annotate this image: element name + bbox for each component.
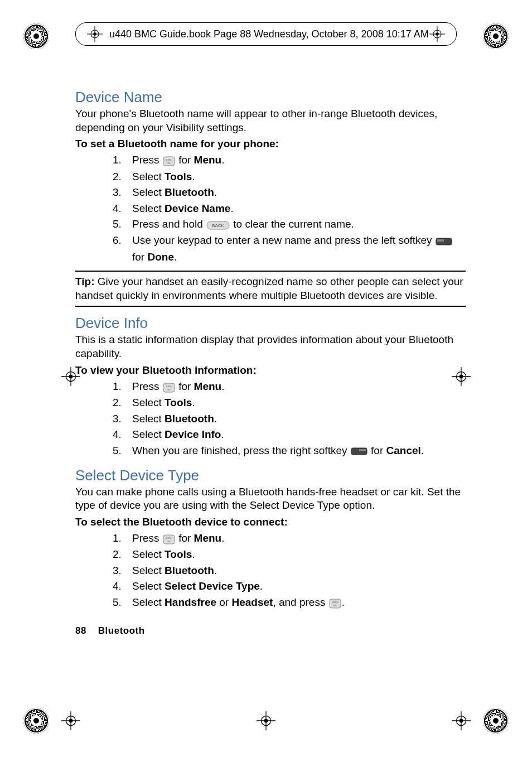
intro-select-device-type: You can make phone calls using a Bluetoo… <box>75 485 466 513</box>
step-bold: Device Info <box>165 428 221 440</box>
header-text: u440 BMC Guide.book Page 88 Wednesday, O… <box>109 28 429 40</box>
svg-point-15 <box>264 719 268 723</box>
page-content: Device Name Your phone's Bluetooth name … <box>75 81 466 614</box>
step-text: When you are finished, press the right s… <box>132 445 350 456</box>
svg-rect-39 <box>359 449 366 451</box>
svg-text:MENU: MENU <box>166 385 172 388</box>
tip-text: Give your handset an easily-recognized n… <box>75 276 463 301</box>
step-bold: Tools <box>165 548 192 560</box>
step: Press MENUOK for Menu. <box>124 379 466 395</box>
registration-mark-icon <box>452 711 471 730</box>
svg-text:OK: OK <box>167 162 171 165</box>
menu-ok-key-icon: MENUOK <box>162 379 176 396</box>
step-bold: Bluetooth <box>165 565 214 576</box>
menu-ok-key-icon: MENUOK <box>162 153 176 169</box>
step-bold: Cancel <box>386 445 421 456</box>
step-bold: Select Device Type <box>165 580 260 592</box>
step: Select Select Device Type. <box>124 578 466 595</box>
step-text: . <box>342 596 345 608</box>
page-number: 88 <box>75 625 86 636</box>
svg-point-11 <box>69 719 73 723</box>
svg-text:MENU: MENU <box>166 158 172 161</box>
step-text: . <box>230 202 233 214</box>
step-text: Select <box>132 428 165 440</box>
right-softkey-icon <box>350 443 368 459</box>
svg-text:MENU: MENU <box>166 537 172 539</box>
page-footer: 88 Bluetooth <box>75 625 145 637</box>
step-text: Select <box>132 413 165 425</box>
step-bold: Bluetooth <box>165 413 214 425</box>
step-text: . <box>214 565 217 576</box>
step: Press and hold BACK to clear the current… <box>124 216 466 233</box>
step-text: . <box>192 548 195 560</box>
step-text: Select <box>132 596 165 608</box>
heading-device-name: Device Name <box>75 89 466 106</box>
intro-device-info: This is a static information display tha… <box>75 333 466 360</box>
left-softkey-icon <box>435 233 453 249</box>
step-bold: Menu <box>194 532 222 544</box>
svg-text:OK: OK <box>167 388 171 391</box>
menu-ok-key-icon: MENUOK <box>162 531 176 547</box>
step: Select Tools. <box>124 395 466 411</box>
step-text: . <box>174 251 177 263</box>
step: When you are finished, press the right s… <box>124 443 466 459</box>
steps-device-name: Press MENUOK for Menu. Select Tools. Sel… <box>75 152 466 265</box>
step-bold: Bluetooth <box>165 186 214 198</box>
svg-point-23 <box>93 32 96 36</box>
step-bold: Tools <box>165 397 192 408</box>
menu-ok-key-icon: MENUOK <box>328 595 342 611</box>
heading-select-device-type: Select Device Type <box>75 467 466 484</box>
step-text: Press <box>132 154 162 166</box>
steps-device-info: Press MENUOK for Menu. Select Tools. Sel… <box>75 379 466 459</box>
step: Use your keypad to enter a new name and … <box>124 233 466 265</box>
svg-point-19 <box>460 719 463 723</box>
step-text: . <box>221 532 224 544</box>
subheading-set-bt-name: To set a Bluetooth name for your phone: <box>75 138 466 150</box>
crop-mark-icon <box>23 23 49 49</box>
step-text: . <box>421 445 424 456</box>
svg-rect-34 <box>437 239 444 242</box>
step-text: to clear the current name. <box>230 218 354 230</box>
step-text: . <box>260 580 263 592</box>
step: Press MENUOK for Menu. <box>124 531 466 547</box>
steps-select-device: Press MENUOK for Menu. Select Tools. Sel… <box>75 531 466 611</box>
crop-mark-icon <box>483 708 509 734</box>
crop-mark-icon <box>23 708 49 734</box>
step-bold: Menu <box>194 154 222 166</box>
svg-text:BACK: BACK <box>212 223 224 228</box>
step-text: for <box>132 251 147 263</box>
step-text: Press and hold <box>132 218 206 230</box>
page-header: u440 BMC Guide.book Page 88 Wednesday, O… <box>75 22 457 46</box>
step-text: . <box>214 413 217 425</box>
step-text: Select <box>132 548 165 560</box>
back-key-icon: BACK <box>206 217 230 233</box>
step-text: Use your keypad to enter a new name and … <box>132 234 435 246</box>
step-bold: Menu <box>194 380 222 392</box>
registration-mark-icon <box>87 26 103 42</box>
step: Select Handsfree or Headset, and press M… <box>124 595 466 611</box>
footer-section: Bluetooth <box>98 625 145 636</box>
crop-mark-icon <box>483 23 509 49</box>
tip-label: Tip: <box>75 276 94 287</box>
registration-mark-icon <box>61 711 80 730</box>
page: u440 BMC Guide.book Page 88 Wednesday, O… <box>0 0 532 757</box>
svg-point-27 <box>436 32 439 36</box>
step-text: . <box>221 428 224 440</box>
step-text: Press <box>132 380 162 392</box>
step-text: Select <box>132 171 165 182</box>
step-text: Select <box>132 565 165 576</box>
subheading-view-bt-info: To view your Bluetooth information: <box>75 364 466 377</box>
step: Press MENUOK for Menu. <box>124 152 466 168</box>
registration-mark-icon <box>429 26 445 42</box>
step-text: for <box>176 154 194 166</box>
step-bold: Done <box>147 251 174 263</box>
step-text: . <box>192 397 195 408</box>
step-text: . <box>214 186 217 198</box>
step-text: Select <box>132 580 165 592</box>
step-bold: Device Name <box>165 202 230 214</box>
tip-box: Tip: Give your handset an easily-recogni… <box>75 271 466 307</box>
step: Select Bluetooth. <box>124 563 466 579</box>
step-text: . <box>221 380 224 392</box>
step-text: , and press <box>273 596 328 608</box>
step: Select Bluetooth. <box>124 411 466 427</box>
